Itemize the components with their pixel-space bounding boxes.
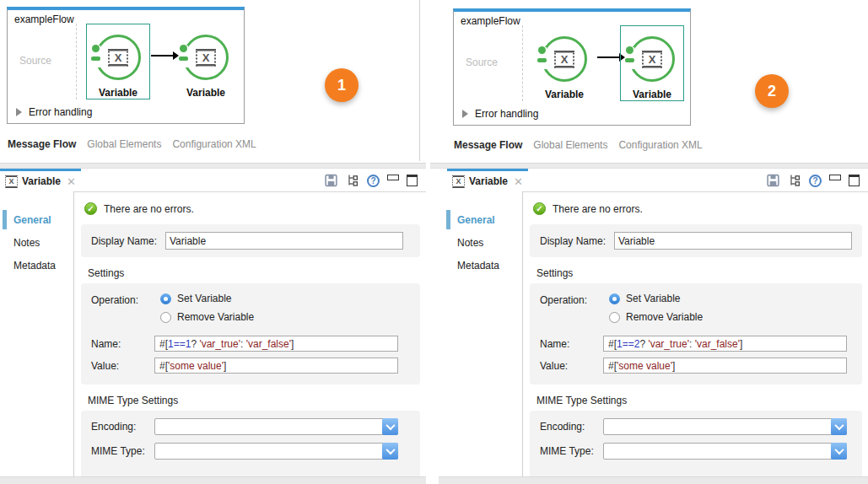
value-expression-input[interactable]: #['some value'] (154, 358, 398, 374)
tab-message-flow[interactable]: Message Flow (8, 138, 76, 150)
radio-remove-variable[interactable]: Remove Variable (160, 311, 254, 323)
inbound-port-dash-icon (625, 58, 634, 62)
inbound-port-dash-icon (537, 58, 547, 62)
chevron-down-icon[interactable] (831, 443, 847, 460)
mime-type-select[interactable] (154, 443, 398, 460)
properties-header: X Variable ✕ ? (0, 169, 426, 191)
status-message: There are no errors. (553, 203, 643, 215)
properties-tab-variable[interactable]: X Variable ✕ (0, 169, 81, 191)
operation-label: Operation: (91, 293, 160, 330)
sidebar-item-general[interactable]: General (430, 208, 522, 231)
close-icon[interactable]: ✕ (514, 175, 523, 188)
sidebar-item-notes[interactable]: Notes (430, 231, 522, 254)
chevron-down-icon[interactable] (382, 443, 398, 460)
encoding-select[interactable] (154, 418, 398, 435)
save-icon[interactable] (766, 174, 780, 187)
flow-step-variable-1[interactable]: X Variable (532, 25, 596, 101)
pin-tree-icon[interactable] (346, 174, 359, 187)
expand-triangle-icon (462, 110, 468, 118)
properties-toolbar: ? (766, 172, 860, 189)
maximize-icon[interactable] (407, 175, 418, 186)
properties-view: X Variable ✕ ? Gen (0, 163, 426, 476)
flow-step-variable-2[interactable]: X Variable (174, 24, 238, 99)
inbound-port-dash-icon (91, 56, 100, 61)
value-expression-input[interactable]: #['some value'] (603, 358, 847, 374)
maximize-icon[interactable] (849, 175, 860, 186)
value-label: Value: (91, 360, 154, 372)
close-icon[interactable]: ✕ (67, 175, 76, 188)
error-handling-toggle[interactable]: Error handling (462, 108, 538, 120)
radio-selected-icon[interactable] (160, 293, 171, 304)
editor-tab-bar: Message Flow Global Elements Configurati… (454, 139, 703, 151)
tab-configuration-xml[interactable]: Configuration XML (618, 139, 702, 151)
mime-type-row: MIME Type: (91, 443, 410, 460)
panel-1: exampleFlow Source X Variable X Variable (0, 0, 426, 484)
source-drop-zone-label: Source (19, 55, 51, 67)
display-name-input[interactable] (165, 232, 403, 250)
flow-step-variable-2[interactable]: X Variable (620, 25, 684, 101)
tab-global-elements[interactable]: Global Elements (533, 139, 607, 151)
status-row: ✓ There are no errors. (533, 202, 862, 215)
mime-type-select[interactable] (603, 443, 847, 460)
chevron-down-icon[interactable] (831, 418, 847, 435)
panel-divider (419, 0, 420, 161)
radio-remove-variable[interactable]: Remove Variable (609, 311, 703, 323)
flow-step-variable-1[interactable]: X Variable (86, 24, 150, 99)
variable-x-glyph: X (196, 49, 216, 67)
help-icon[interactable]: ? (367, 175, 380, 187)
operation-row: Operation: Set Variable Remove Variable (540, 293, 852, 330)
sidebar-item-metadata[interactable]: Metadata (0, 254, 73, 277)
view-sash[interactable] (430, 163, 868, 169)
radio-set-variable-label: Set Variable (626, 293, 680, 304)
properties-form: ✓ There are no errors. Display Name: Set… (74, 191, 426, 476)
display-name-group: Display Name: (81, 224, 420, 257)
variable-x-glyph: X (554, 51, 574, 68)
bottom-status-strip (439, 476, 868, 484)
properties-body: General Notes Metadata ✓ There are no er… (0, 191, 426, 476)
name-expression-input[interactable]: #[1==1? 'var_true': 'var_false'] (154, 336, 398, 352)
chevron-down-icon[interactable] (382, 418, 398, 435)
value-row: Value: #['some value'] (540, 358, 852, 374)
pin-tree-icon[interactable] (788, 174, 801, 187)
tab-configuration-xml[interactable]: Configuration XML (172, 138, 256, 150)
inbound-port-icon (538, 46, 546, 54)
source-separator (76, 24, 77, 99)
properties-header: X Variable ✕ ? (430, 169, 868, 191)
minimize-icon[interactable] (387, 175, 399, 180)
radio-selected-icon[interactable] (609, 293, 620, 304)
radio-set-variable[interactable]: Set Variable (609, 293, 703, 304)
help-icon[interactable]: ? (809, 175, 822, 187)
settings-section-title: Settings (536, 267, 862, 279)
operation-radio-group: Set Variable Remove Variable (609, 293, 703, 330)
name-label: Name: (91, 338, 154, 350)
radio-set-variable-label: Set Variable (177, 293, 231, 304)
step-label: Variable (621, 89, 683, 100)
radio-set-variable[interactable]: Set Variable (160, 293, 254, 304)
tab-message-flow[interactable]: Message Flow (454, 139, 522, 151)
view-sash[interactable] (0, 163, 426, 169)
variable-x-glyph: X (108, 49, 128, 67)
step-label: Variable (175, 87, 237, 99)
properties-tab-variable[interactable]: X Variable ✕ (447, 169, 528, 191)
radio-unselected-icon[interactable] (609, 312, 620, 323)
settings-group: Operation: Set Variable Remove Variable (530, 283, 862, 385)
display-name-input[interactable] (614, 232, 852, 250)
name-label: Name: (540, 338, 603, 350)
inbound-port-icon (92, 45, 100, 52)
mime-section-title: MIME Type Settings (536, 395, 862, 406)
radio-unselected-icon[interactable] (160, 312, 171, 323)
sidebar-item-notes[interactable]: Notes (0, 231, 73, 254)
encoding-select[interactable] (603, 418, 847, 435)
save-icon[interactable] (324, 174, 338, 187)
sidebar-item-general[interactable]: General (0, 208, 73, 231)
error-handling-toggle[interactable]: Error handling (16, 106, 92, 118)
name-row: Name: #[1==1? 'var_true': 'var_false'] (91, 336, 410, 352)
variable-tab-icon: X (5, 175, 18, 188)
tab-global-elements[interactable]: Global Elements (87, 138, 161, 150)
sidebar-item-metadata[interactable]: Metadata (430, 254, 522, 277)
mime-group: Encoding: MIME Type: (530, 411, 862, 476)
name-expression-input[interactable]: #[1==2? 'var_true': 'var_false'] (603, 336, 847, 352)
properties-body: General Notes Metadata ✓ There are no er… (430, 191, 868, 476)
minimize-icon[interactable] (829, 175, 841, 180)
inbound-port-icon (180, 45, 187, 52)
